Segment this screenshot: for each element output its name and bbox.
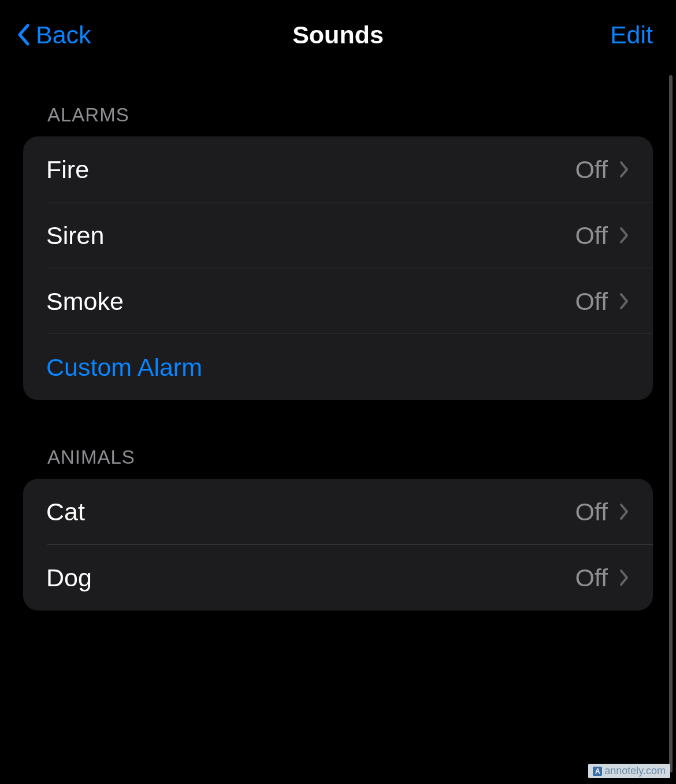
row-label: Custom Alarm — [46, 353, 202, 382]
row-label: Siren — [46, 221, 104, 250]
chevron-left-icon — [14, 21, 32, 49]
row-label: Dog — [46, 564, 92, 592]
content-area: ALARMS Fire Off Siren Off Smoke Off — [0, 69, 676, 611]
edit-button[interactable]: Edit — [610, 21, 653, 49]
row-custom-alarm[interactable]: Custom Alarm — [23, 334, 653, 400]
chevron-right-icon — [618, 226, 630, 245]
row-label: Fire — [46, 156, 89, 184]
section-header-alarms: ALARMS — [23, 104, 653, 136]
row-right: Off — [575, 287, 630, 316]
group-animals: Cat Off Dog Off — [23, 479, 653, 611]
row-label: Cat — [46, 498, 85, 526]
row-cat[interactable]: Cat Off — [23, 479, 653, 545]
row-right: Off — [575, 498, 630, 526]
row-dog[interactable]: Dog Off — [23, 545, 653, 611]
watermark-icon: A — [593, 767, 602, 776]
section-header-animals: ANIMALS — [23, 446, 653, 479]
page-title: Sounds — [292, 21, 384, 49]
watermark-text: annotely.com — [604, 765, 666, 777]
row-label: Smoke — [46, 287, 124, 316]
chevron-right-icon — [618, 292, 630, 310]
row-value: Off — [575, 221, 608, 250]
row-value: Off — [575, 564, 608, 592]
row-fire[interactable]: Fire Off — [23, 136, 653, 202]
row-right: Off — [575, 564, 630, 592]
row-right: Off — [575, 156, 630, 184]
row-siren[interactable]: Siren Off — [23, 202, 653, 268]
row-value: Off — [575, 156, 608, 184]
row-smoke[interactable]: Smoke Off — [23, 268, 653, 334]
back-button[interactable]: Back — [14, 21, 91, 49]
row-right: Off — [575, 221, 630, 250]
group-alarms: Fire Off Siren Off Smoke Off — [23, 136, 653, 400]
navigation-bar: Back Sounds Edit — [0, 0, 676, 69]
chevron-right-icon — [618, 502, 630, 521]
chevron-right-icon — [618, 568, 630, 587]
row-value: Off — [575, 498, 608, 526]
scrollbar[interactable] — [669, 75, 673, 772]
chevron-right-icon — [618, 160, 630, 179]
row-value: Off — [575, 287, 608, 316]
back-label: Back — [36, 21, 91, 49]
watermark: A annotely.com — [588, 764, 670, 778]
